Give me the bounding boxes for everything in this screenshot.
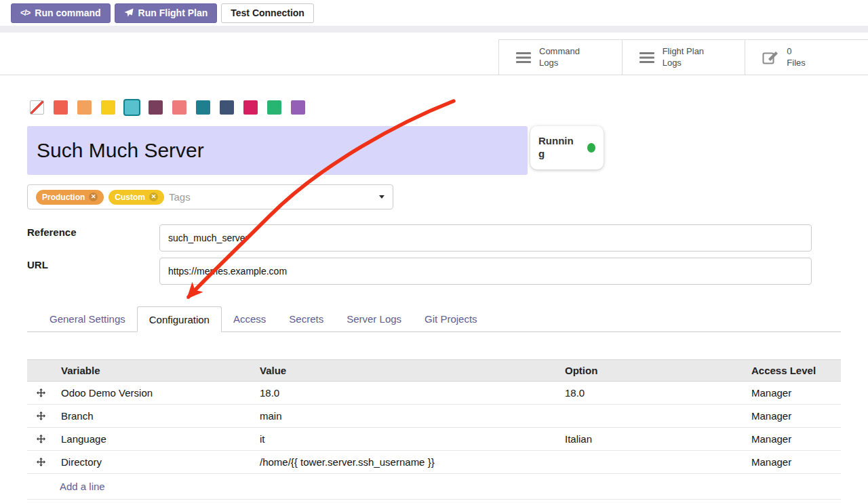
add-a-line-link[interactable]: Add a line	[27, 474, 841, 500]
url-input[interactable]	[159, 258, 812, 285]
files-label: 0 Files	[787, 46, 805, 69]
color-swatch[interactable]	[243, 100, 258, 115]
paper-plane-icon	[124, 8, 134, 18]
cell-variable[interactable]: Branch	[54, 410, 253, 422]
flight-plan-logs-button[interactable]: Flight Plan Logs	[622, 40, 745, 75]
tab-git-projects[interactable]: Git Projects	[413, 306, 489, 331]
server-name-input[interactable]: Such Much Server	[27, 126, 528, 175]
drag-handle-icon[interactable]	[27, 458, 54, 466]
table-row[interactable]: Directory /home/{{ tower.server.ssh_user…	[27, 451, 841, 474]
column-header-variable: Variable	[54, 365, 253, 376]
cell-option[interactable]: Italian	[558, 433, 745, 445]
tag-label: Custom	[115, 193, 145, 202]
test-connection-button[interactable]: Test Connection	[221, 3, 314, 23]
run-flight-plan-label: Run Flight Plan	[138, 7, 208, 18]
tab-server-logs[interactable]: Server Logs	[335, 306, 413, 331]
color-picker	[30, 100, 305, 115]
list-icon	[639, 52, 654, 64]
cell-access-level[interactable]: Manager	[745, 433, 841, 445]
run-command-button[interactable]: </> Run command	[11, 3, 111, 23]
color-swatch[interactable]	[149, 100, 163, 115]
cell-value[interactable]: main	[253, 410, 558, 422]
tab-configuration[interactable]: Configuration	[137, 306, 222, 332]
column-header-value: Value	[253, 365, 558, 376]
command-logs-button[interactable]: Command Logs	[498, 40, 622, 75]
panel-divider	[0, 75, 868, 75]
table-row[interactable]: Language it Italian Manager	[27, 428, 841, 451]
list-icon	[516, 52, 531, 64]
tag-production[interactable]: Production ✕	[36, 190, 104, 205]
table-header-row: Variable Value Option Access Level	[27, 359, 841, 382]
status-label: Running	[538, 135, 575, 161]
notebook-tabs: General Settings Configuration Access Se…	[27, 306, 841, 332]
tags-placeholder: Tags	[169, 191, 191, 203]
cell-access-level[interactable]: Manager	[745, 387, 841, 399]
color-swatch[interactable]	[77, 100, 92, 115]
status-dot-icon	[587, 143, 595, 153]
color-swatch[interactable]	[54, 100, 68, 115]
tags-field[interactable]: Production ✕ Custom ✕ Tags	[27, 184, 393, 209]
command-logs-label: Command Logs	[539, 46, 580, 69]
cell-option[interactable]: 18.0	[558, 387, 745, 399]
cell-value[interactable]: 18.0	[253, 387, 558, 399]
tag-label: Production	[42, 193, 85, 202]
color-swatch[interactable]	[291, 100, 305, 115]
table-row[interactable]: Odoo Demo Version 18.0 18.0 Manager	[27, 382, 841, 405]
color-swatch-selected[interactable]	[125, 100, 139, 115]
server-name-text: Such Much Server	[37, 139, 204, 162]
variables-table: Variable Value Option Access Level Odoo …	[27, 359, 841, 500]
toolbar-separator	[0, 26, 868, 33]
cell-variable[interactable]: Directory	[54, 456, 253, 468]
tab-secrets[interactable]: Secrets	[277, 306, 335, 331]
stat-button-bar: Command Logs Flight Plan Logs 0 Files	[498, 39, 868, 75]
status-card[interactable]: Running	[530, 126, 604, 169]
run-command-label: Run command	[35, 7, 100, 18]
color-swatch-none[interactable]	[30, 100, 44, 115]
drag-handle-icon[interactable]	[27, 435, 54, 443]
color-swatch[interactable]	[267, 100, 281, 115]
chevron-down-icon[interactable]	[379, 195, 384, 199]
color-swatch[interactable]	[172, 100, 186, 115]
column-header-option: Option	[558, 365, 745, 376]
run-flight-plan-button[interactable]: Run Flight Plan	[115, 3, 218, 23]
test-connection-label: Test Connection	[231, 7, 304, 18]
code-icon: </>	[20, 8, 30, 18]
cell-access-level[interactable]: Manager	[745, 410, 841, 422]
reference-label: Reference	[27, 226, 77, 238]
edit-pencil-icon	[762, 50, 778, 65]
reference-input[interactable]	[159, 224, 812, 252]
remove-tag-icon[interactable]: ✕	[149, 193, 158, 201]
color-swatch[interactable]	[196, 100, 210, 115]
drag-handle-icon[interactable]	[27, 388, 54, 397]
cell-variable[interactable]: Language	[54, 433, 253, 445]
cell-access-level[interactable]: Manager	[745, 456, 841, 468]
column-header-access-level: Access Level	[745, 365, 841, 376]
table-row[interactable]: Branch main Manager	[27, 405, 841, 428]
tag-custom[interactable]: Custom ✕	[108, 190, 164, 205]
tab-access[interactable]: Access	[222, 306, 277, 331]
cell-value[interactable]: it	[253, 433, 558, 445]
cell-variable[interactable]: Odoo Demo Version	[54, 387, 253, 399]
color-swatch[interactable]	[220, 100, 234, 115]
server-form-page: </> Run command Run Flight Plan Test Con…	[0, 0, 868, 503]
top-toolbar: </> Run command Run Flight Plan Test Con…	[0, 0, 868, 26]
drag-handle-icon[interactable]	[27, 411, 54, 420]
files-button[interactable]: 0 Files	[745, 40, 868, 75]
url-label: URL	[27, 259, 48, 270]
color-swatch[interactable]	[101, 100, 115, 115]
remove-tag-icon[interactable]: ✕	[89, 193, 98, 201]
flight-plan-logs-label: Flight Plan Logs	[663, 46, 704, 69]
cell-value[interactable]: /home/{{ tower.server.ssh_username }}	[253, 456, 558, 468]
tab-general-settings[interactable]: General Settings	[38, 306, 137, 331]
